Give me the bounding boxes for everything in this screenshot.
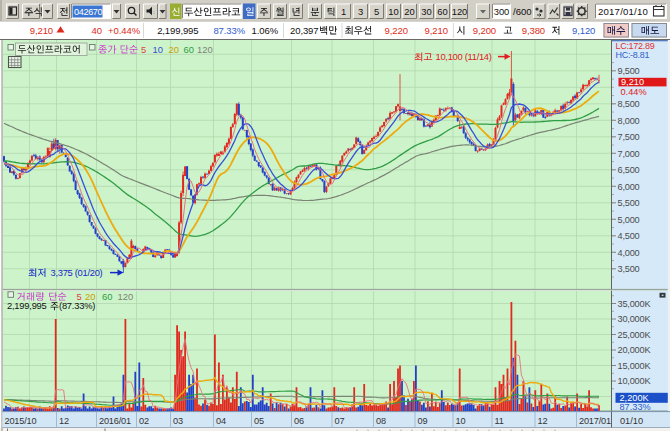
svg-text:25,000K: 25,000K — [618, 330, 652, 340]
svg-text:01/10: 01/10 — [620, 416, 643, 426]
svg-text:60: 60 — [437, 6, 447, 17]
svg-text:5: 5 — [141, 44, 146, 55]
svg-text:HC:-8.81: HC:-8.81 — [616, 50, 650, 60]
svg-text:0.44%: 0.44% — [621, 87, 647, 97]
svg-text:09: 09 — [418, 416, 428, 426]
svg-text:4,500: 4,500 — [618, 231, 640, 241]
svg-text:2016/01: 2016/01 — [99, 416, 131, 426]
svg-text:5: 5 — [77, 291, 82, 302]
svg-text:87.33%: 87.33% — [213, 25, 245, 36]
svg-text:2017/01: 2017/01 — [579, 416, 611, 426]
svg-text:87.33%: 87.33% — [620, 402, 651, 412]
svg-text:6,000: 6,000 — [618, 182, 640, 192]
svg-text:120: 120 — [452, 6, 468, 17]
svg-text:11: 11 — [495, 416, 504, 426]
svg-text:3,500: 3,500 — [618, 264, 640, 274]
svg-text:1: 1 — [341, 6, 346, 17]
svg-text:9,380: 9,380 — [522, 25, 545, 36]
svg-text:8,500: 8,500 — [618, 99, 640, 109]
svg-text:9,210: 9,210 — [425, 25, 448, 36]
svg-text:2017/01/10: 2017/01/10 — [598, 6, 648, 17]
svg-text:35,000K: 35,000K — [618, 299, 652, 309]
svg-text:10: 10 — [456, 416, 466, 426]
svg-text:20: 20 — [85, 291, 95, 302]
svg-text:60: 60 — [102, 291, 112, 302]
svg-text:10: 10 — [388, 6, 398, 17]
svg-text:03: 03 — [173, 416, 183, 426]
svg-text:05: 05 — [254, 416, 264, 426]
svg-text:1.06%: 1.06% — [252, 25, 279, 36]
svg-text:5,500: 5,500 — [618, 198, 640, 208]
svg-text:9,500: 9,500 — [618, 66, 640, 76]
svg-text:20: 20 — [404, 6, 414, 17]
svg-text:5,000: 5,000 — [618, 215, 640, 225]
svg-text:9,210: 9,210 — [30, 25, 53, 36]
svg-text:7,000: 7,000 — [618, 149, 640, 159]
svg-text:06: 06 — [294, 416, 304, 426]
svg-text:120: 120 — [197, 44, 213, 55]
svg-text:02: 02 — [139, 416, 149, 426]
svg-text:5: 5 — [374, 6, 379, 17]
svg-text:30,000K: 30,000K — [618, 314, 652, 324]
svg-text:4,000: 4,000 — [618, 248, 640, 258]
svg-text:20,000K: 20,000K — [618, 345, 652, 355]
svg-text:7,500: 7,500 — [618, 132, 640, 142]
svg-text:10,000K: 10,000K — [618, 376, 652, 386]
svg-text:2,199,995: 2,199,995 — [7, 301, 47, 311]
svg-text:042670: 042670 — [74, 7, 103, 17]
svg-text:LC:172.89: LC:172.89 — [616, 41, 655, 51]
svg-text:2,199,995: 2,199,995 — [157, 25, 198, 36]
svg-text:3: 3 — [358, 6, 363, 17]
svg-text:40: 40 — [91, 25, 102, 36]
svg-text:12: 12 — [538, 416, 548, 426]
svg-text:120: 120 — [118, 291, 134, 302]
svg-text:9,200: 9,200 — [473, 25, 496, 36]
svg-text:6,500: 6,500 — [618, 165, 640, 175]
svg-text:60: 60 — [184, 44, 194, 55]
svg-text:(87.33%): (87.33%) — [59, 301, 95, 311]
svg-text:300: 300 — [494, 6, 510, 17]
svg-text:9,220: 9,220 — [385, 25, 408, 36]
svg-text:10,100 (11/14): 10,100 (11/14) — [436, 51, 492, 62]
svg-text:04: 04 — [216, 416, 226, 426]
svg-text:20: 20 — [169, 44, 179, 55]
svg-text:9,120: 9,120 — [572, 25, 595, 36]
svg-text:+0.44%: +0.44% — [108, 25, 141, 36]
svg-text:07: 07 — [335, 416, 345, 426]
svg-text:3,375 (01/20): 3,375 (01/20) — [51, 267, 103, 278]
svg-text:8,000: 8,000 — [618, 116, 640, 126]
svg-text:12: 12 — [59, 416, 69, 426]
svg-text:2015/10: 2015/10 — [5, 416, 37, 426]
svg-text:10: 10 — [153, 44, 163, 55]
svg-text:20,397: 20,397 — [290, 25, 318, 36]
svg-text:15,000K: 15,000K — [618, 361, 652, 371]
svg-text:/600: /600 — [513, 6, 532, 17]
svg-text:30: 30 — [421, 6, 431, 17]
svg-text:08: 08 — [376, 416, 386, 426]
